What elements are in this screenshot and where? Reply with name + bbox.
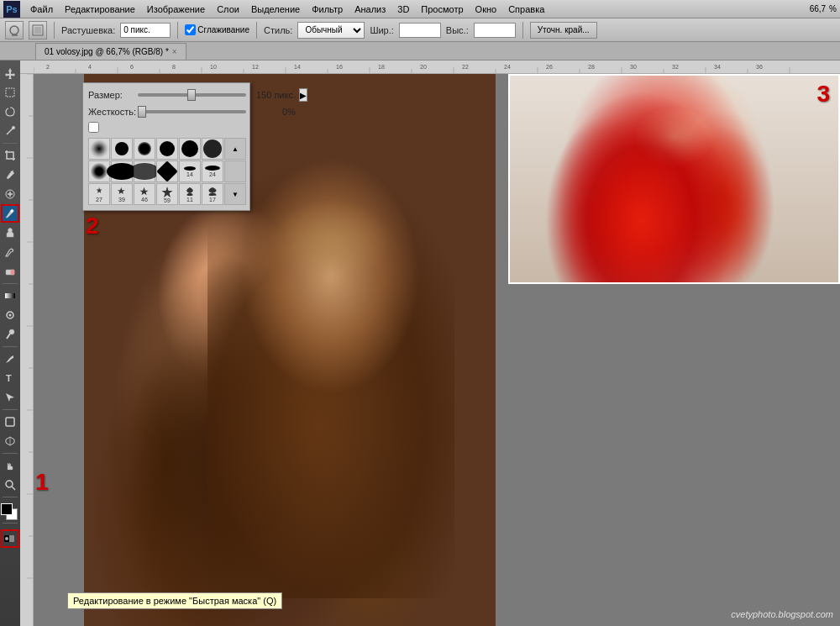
brush-cell[interactable]: 39 — [111, 183, 133, 205]
menu-analysis[interactable]: Анализ — [349, 3, 391, 16]
svg-text:6: 6 — [130, 64, 134, 70]
hand-tool[interactable] — [1, 456, 19, 475]
brush-cell[interactable] — [111, 138, 133, 160]
menu-layers[interactable]: Слои — [212, 3, 244, 16]
number-1-label: 1 — [35, 469, 49, 496]
brush-feather-input[interactable] — [120, 23, 171, 38]
menu-3d[interactable]: 3D — [392, 3, 414, 16]
width-input[interactable] — [399, 23, 441, 38]
brush-cell[interactable] — [88, 138, 110, 160]
menu-file[interactable]: Файл — [25, 3, 58, 16]
scroll-up-btn[interactable]: ▲ — [224, 138, 246, 160]
crop-tool[interactable] — [1, 146, 19, 165]
separator-1 — [54, 22, 55, 39]
marquee-tool[interactable] — [1, 83, 19, 102]
brush-tool-btn[interactable] — [5, 21, 24, 39]
color-swatches[interactable] — [1, 503, 19, 520]
brush-cell[interactable] — [179, 138, 201, 160]
menu-select[interactable]: Выделение — [246, 3, 305, 16]
path-select-tool[interactable] — [1, 388, 19, 407]
refine-edge-button[interactable]: Уточн. край... — [530, 22, 597, 39]
antialiasing-checkbox[interactable]: Сглаживание — [185, 24, 249, 35]
svg-text:12: 12 — [252, 64, 259, 70]
brush-cell[interactable] — [156, 160, 178, 182]
eyedropper-tool[interactable] — [1, 166, 19, 184]
stamp-tool[interactable] — [1, 224, 19, 242]
shape-tool[interactable] — [1, 413, 19, 431]
svg-line-8 — [13, 171, 13, 171]
toolbar: T — [0, 60, 20, 626]
menu-right-info: 66,7 % — [810, 4, 837, 13]
pen-tool[interactable] — [1, 350, 19, 368]
svg-point-13 — [8, 229, 13, 233]
brush-cell[interactable] — [156, 138, 178, 160]
menu-view[interactable]: Просмотр — [416, 3, 468, 16]
tool-sep-7 — [3, 523, 18, 523]
svg-marker-4 — [5, 68, 15, 79]
app-logo: Ps — [3, 1, 20, 18]
3d-tool[interactable] — [1, 432, 19, 450]
brush-cell[interactable] — [202, 138, 223, 160]
svg-rect-5 — [6, 88, 14, 97]
svg-text:32: 32 — [672, 64, 679, 70]
menu-image[interactable]: Изображение — [142, 3, 210, 16]
antialiasing-check[interactable] — [185, 24, 196, 35]
heal-tool[interactable] — [1, 185, 19, 203]
brush-cell[interactable]: 11 — [179, 183, 201, 205]
hardness-slider[interactable] — [138, 110, 246, 113]
svg-point-26 — [6, 481, 13, 487]
foreground-color[interactable] — [1, 503, 13, 515]
brush-panel: Размер: 150 пикс. ▶ Жесткость: 0% — [82, 82, 250, 211]
scroll-down-btn[interactable]: ▼ — [224, 183, 246, 205]
style-dropdown[interactable]: Обычный — [297, 22, 365, 39]
brush-cell[interactable] — [134, 160, 155, 182]
svg-text:20: 20 — [420, 64, 427, 70]
svg-text:4: 4 — [88, 64, 92, 70]
height-input[interactable] — [474, 23, 516, 38]
brush-tool[interactable] — [1, 204, 19, 223]
size-slider[interactable] — [138, 93, 246, 97]
move-tool[interactable] — [1, 64, 19, 82]
svg-text:36: 36 — [756, 64, 763, 70]
gradient-tool[interactable] — [1, 287, 19, 305]
document-tab[interactable]: 01 volosy.jpg @ 66,7% (RGB/8) * × — [35, 43, 186, 60]
menu-help[interactable]: Справка — [503, 3, 549, 16]
brush-cell[interactable]: 27 — [88, 183, 110, 205]
svg-rect-3 — [34, 27, 41, 34]
brush-cell[interactable]: 17 — [202, 183, 223, 205]
svg-point-7 — [12, 126, 15, 129]
canvas-area: 3 2 1 Размер: 150 пикс. ▶ — [20, 74, 840, 626]
brush-arrow-btn[interactable]: ▶ — [299, 88, 307, 102]
menu-filter[interactable]: Фильтр — [307, 3, 348, 16]
brush-cell[interactable]: 59 — [156, 183, 178, 205]
menu-window[interactable]: Окно — [470, 3, 502, 16]
zoom-tool[interactable] — [1, 476, 19, 494]
svg-marker-84 — [162, 187, 173, 197]
width-label: Шир.: — [370, 25, 393, 35]
brush-cell[interactable]: 46 — [134, 183, 155, 205]
lasso-tool[interactable] — [1, 103, 19, 121]
dodge-tool[interactable] — [1, 325, 19, 344]
tab-close-btn[interactable]: × — [172, 47, 177, 56]
blur-tool[interactable] — [1, 306, 19, 324]
menu-edit[interactable]: Редактирование — [60, 3, 140, 16]
svg-marker-82 — [118, 187, 125, 193]
vertical-ruler — [20, 74, 34, 626]
brush-cell[interactable] — [134, 138, 155, 160]
brush-cell[interactable]: 14 — [179, 160, 201, 182]
style-label: Стиль: — [264, 25, 292, 35]
eraser-tool[interactable] — [1, 262, 19, 281]
svg-text:14: 14 — [294, 64, 301, 70]
magic-wand-tool[interactable] — [1, 122, 19, 140]
canvas[interactable]: 3 2 1 Размер: 150 пикс. ▶ — [34, 74, 840, 626]
history-brush-tool[interactable] — [1, 243, 19, 261]
tool-sep-5 — [3, 453, 18, 454]
separator-3 — [256, 22, 257, 39]
number-3-label: 3 — [816, 81, 830, 108]
type-tool[interactable]: T — [1, 369, 19, 387]
quick-mask-btn[interactable] — [1, 529, 19, 548]
mode-btn[interactable] — [29, 21, 47, 39]
tool-sep-4 — [3, 409, 18, 410]
brush-cell[interactable]: 24 — [202, 160, 223, 182]
panel-checkbox[interactable] — [88, 122, 99, 133]
